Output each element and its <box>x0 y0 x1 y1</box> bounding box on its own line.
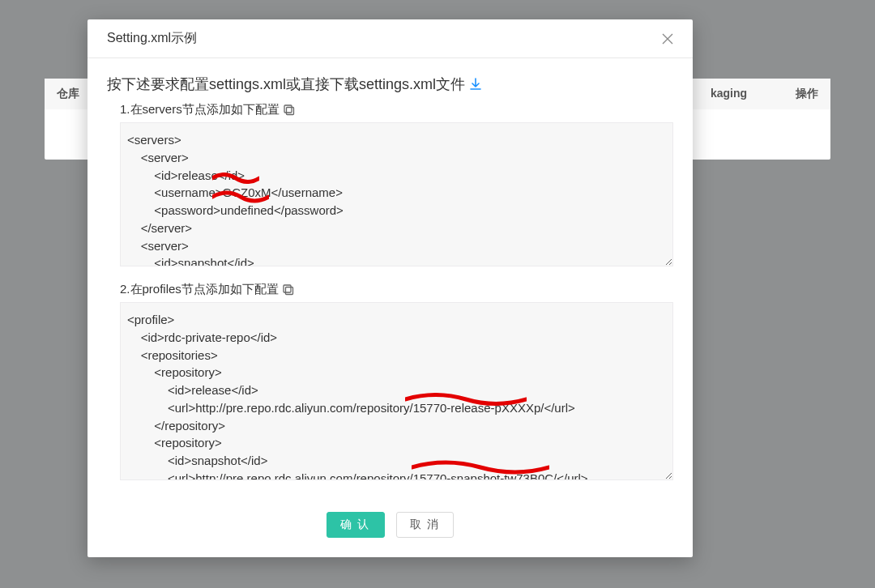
modal-body: 按下述要求配置settings.xml或直接下载settings.xml文件 1… <box>88 58 693 501</box>
instruction-line: 按下述要求配置settings.xml或直接下载settings.xml文件 <box>107 75 673 94</box>
step1-label: 1.在servers节点添加如下配置 <box>120 102 280 117</box>
settings-xml-modal: Setting.xml示例 按下述要求配置settings.xml或直接下载se… <box>88 19 693 557</box>
copy-icon[interactable] <box>283 104 296 117</box>
modal-header: Setting.xml示例 <box>88 19 693 58</box>
confirm-button[interactable]: 确 认 <box>327 512 385 538</box>
instruction-text: 按下述要求配置settings.xml或直接下载settings.xml文件 <box>107 75 465 94</box>
code-block-servers <box>120 122 673 269</box>
step1-label-line: 1.在servers节点添加如下配置 <box>120 102 673 117</box>
svg-rect-1 <box>284 105 292 113</box>
modal-title: Setting.xml示例 <box>107 30 197 47</box>
step2-label: 2.在profiles节点添加如下配置 <box>120 282 279 297</box>
code-block-profiles <box>120 302 673 483</box>
step2-label-line: 2.在profiles节点添加如下配置 <box>120 282 673 297</box>
code-textarea-servers[interactable] <box>120 122 673 266</box>
copy-icon[interactable] <box>282 283 295 296</box>
close-icon[interactable] <box>662 33 673 45</box>
table-col-packaging: kaging <box>711 87 747 101</box>
download-icon[interactable] <box>468 77 483 92</box>
code-textarea-profiles[interactable] <box>120 302 673 480</box>
modal-footer: 确 认 取 消 <box>88 501 693 557</box>
cancel-button[interactable]: 取 消 <box>396 512 455 538</box>
table-col-action: 操作 <box>796 87 818 101</box>
svg-rect-2 <box>285 287 292 294</box>
svg-rect-3 <box>284 285 291 292</box>
svg-rect-0 <box>286 107 293 114</box>
table-col-left: 仓库 <box>57 87 79 101</box>
